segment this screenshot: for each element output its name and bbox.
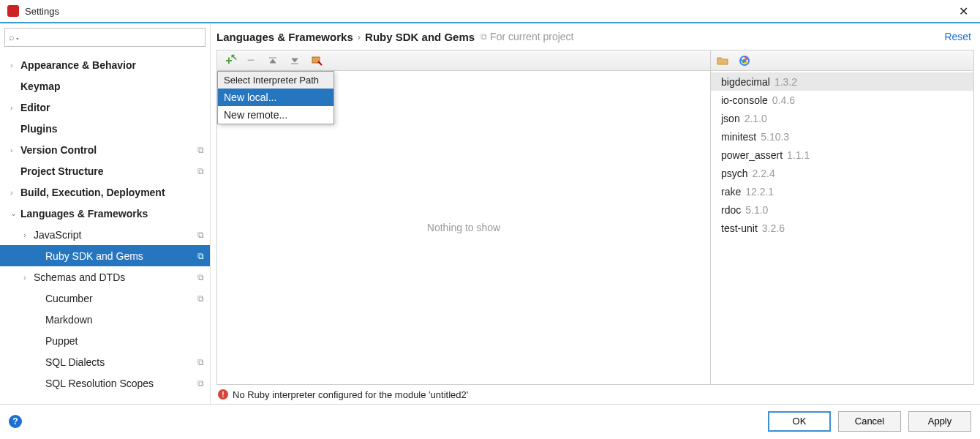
tree-item-label: Markdown (45, 314, 204, 326)
title-bar: Settings ✕ (0, 0, 980, 23)
tree-item-build-execution-deployment[interactable]: Build, Execution, Deployment (0, 181, 210, 203)
project-scope-icon: ⧉ (480, 31, 487, 42)
tree-item-markdown[interactable]: Markdown (0, 309, 210, 330)
ok-button[interactable]: OK (768, 411, 831, 432)
tree-item-cucumber[interactable]: Cucumber⧉ (0, 288, 210, 309)
breadcrumb-part-1[interactable]: Languages & Frameworks (216, 31, 353, 43)
settings-tree[interactable]: Appearance & BehaviorKeymapEditorPlugins… (0, 51, 210, 404)
content-area: Languages & Frameworks › Ruby SDK and Ge… (211, 23, 980, 404)
breadcrumb-part-2: Ruby SDK and Gems (365, 31, 475, 43)
tree-item-editor[interactable]: Editor (0, 97, 210, 118)
gem-name: rake (721, 186, 741, 198)
tree-item-label: Ruby SDK and Gems (45, 250, 197, 262)
project-scope-icon: ⧉ (197, 230, 204, 240)
gems-list[interactable]: bigdecimal1.3.2io-console0.4.6json2.1.0m… (711, 71, 973, 384)
project-scope-icon: ⧉ (197, 357, 204, 367)
interpreter-path-popup: Select Interpreter Path New local...New … (217, 71, 334, 124)
tree-item-label: Editor (20, 102, 204, 113)
tree-item-javascript[interactable]: JavaScript⧉ (0, 224, 210, 245)
gem-row-rake[interactable]: rake12.2.1 (711, 182, 973, 200)
tree-item-ruby-sdk-and-gems[interactable]: Ruby SDK and Gems⧉ (0, 245, 210, 266)
expand-arrow-icon[interactable] (10, 146, 20, 154)
tree-item-label: SQL Dialects (45, 356, 197, 368)
tree-item-label: Build, Execution, Deployment (20, 187, 204, 198)
gem-name: test-unit (721, 222, 758, 234)
gem-name: io-console (721, 94, 768, 106)
tree-item-label: Plugins (20, 123, 204, 135)
add-sdk-button[interactable]: +↖ (222, 53, 236, 68)
gem-row-json[interactable]: json2.1.0 (711, 109, 973, 127)
gem-row-psych[interactable]: psych2.2.4 (711, 164, 973, 182)
gem-row-power_assert[interactable]: power_assert1.1.1 (711, 146, 973, 164)
tree-item-languages-frameworks[interactable]: Languages & Frameworks (0, 203, 210, 224)
tree-item-keymap[interactable]: Keymap (0, 75, 210, 97)
tree-item-appearance-behavior[interactable]: Appearance & Behavior (0, 54, 210, 75)
project-scope-icon: ⧉ (197, 272, 204, 282)
tree-item-project-structure[interactable]: Project Structure⧉ (0, 160, 210, 181)
settings-sidebar: ⌕▾ Appearance & BehaviorKeymapEditorPlug… (0, 23, 211, 404)
tree-item-version-control[interactable]: Version Control⧉ (0, 139, 210, 160)
gem-row-bigdecimal[interactable]: bigdecimal1.3.2 (711, 72, 973, 91)
move-up-button[interactable] (265, 53, 280, 68)
sdk-toolbar: +↖ − (217, 50, 710, 71)
folder-icon[interactable] (715, 53, 730, 68)
expand-arrow-icon[interactable] (10, 103, 20, 112)
tree-item-plugins[interactable]: Plugins (0, 118, 210, 139)
project-scope-icon: ⧉ (197, 166, 204, 176)
popup-item-new-local-[interactable]: New local... (218, 89, 333, 106)
tree-item-label: Version Control (20, 144, 197, 156)
gem-name: psych (721, 168, 748, 179)
settings-search[interactable]: ⌕▾ (4, 28, 206, 47)
project-scope-icon: ⧉ (197, 293, 204, 304)
tree-item-label: JavaScript (34, 229, 197, 241)
gem-version: 5.1.0 (745, 204, 768, 216)
help-button[interactable]: ? (9, 415, 22, 428)
gems-panel: bigdecimal1.3.2io-console0.4.6json2.1.0m… (711, 50, 974, 385)
gem-version: 12.2.1 (745, 186, 774, 198)
tree-item-label: Project Structure (20, 165, 197, 177)
gem-version: 1.1.1 (787, 149, 810, 161)
close-icon[interactable]: ✕ (954, 4, 973, 18)
apply-button[interactable]: Apply (908, 411, 971, 432)
chevron-right-icon: › (358, 31, 361, 42)
remove-sdk-button[interactable]: − (244, 53, 258, 68)
tree-item-sql-resolution-scopes[interactable]: SQL Resolution Scopes⧉ (0, 372, 210, 394)
gem-name: bigdecimal (721, 76, 770, 88)
gem-name: rdoc (721, 204, 741, 216)
expand-arrow-icon[interactable] (10, 209, 20, 218)
search-icon: ⌕▾ (9, 31, 20, 42)
project-scope-icon: ⧉ (197, 251, 204, 261)
project-scope-label: For current project (490, 31, 573, 42)
chrome-icon[interactable] (737, 53, 752, 68)
edit-sdk-button[interactable] (309, 53, 324, 68)
tree-item-label: SQL Resolution Scopes (45, 378, 197, 389)
project-scope-icon: ⧉ (197, 145, 204, 155)
gem-row-rdoc[interactable]: rdoc5.1.0 (711, 200, 973, 219)
gem-row-test-unit[interactable]: test-unit3.2.6 (711, 219, 973, 237)
search-input[interactable] (4, 28, 206, 47)
gem-name: power_assert (721, 149, 783, 161)
popup-item-new-remote-[interactable]: New remote... (218, 106, 333, 124)
gem-row-minitest[interactable]: minitest5.10.3 (711, 127, 973, 146)
move-down-button[interactable] (287, 53, 302, 68)
gem-name: json (721, 113, 740, 124)
expand-arrow-icon[interactable] (23, 273, 34, 282)
cancel-button[interactable]: Cancel (838, 411, 901, 432)
error-icon: ! (218, 389, 228, 399)
tree-item-schemas-and-dtds[interactable]: Schemas and DTDs⧉ (0, 266, 210, 288)
tree-item-sql-dialects[interactable]: SQL Dialects⧉ (0, 351, 210, 372)
breadcrumb: Languages & Frameworks › Ruby SDK and Ge… (211, 23, 980, 50)
expand-arrow-icon[interactable] (10, 61, 20, 70)
expand-arrow-icon[interactable] (23, 230, 34, 239)
gem-row-io-console[interactable]: io-console0.4.6 (711, 91, 973, 109)
gem-name: minitest (721, 131, 756, 143)
tree-item-label: Keymap (20, 80, 204, 92)
gem-version: 0.4.6 (772, 94, 795, 106)
gems-toolbar (711, 50, 973, 71)
tree-item-label: Appearance & Behavior (20, 59, 204, 71)
tree-item-puppet[interactable]: Puppet (0, 330, 210, 351)
tree-item-label: Puppet (45, 335, 204, 347)
reset-link[interactable]: Reset (944, 31, 971, 42)
sdk-list-panel: +↖ − Nothing to show Select Interpreter (216, 50, 711, 385)
expand-arrow-icon[interactable] (10, 188, 20, 197)
